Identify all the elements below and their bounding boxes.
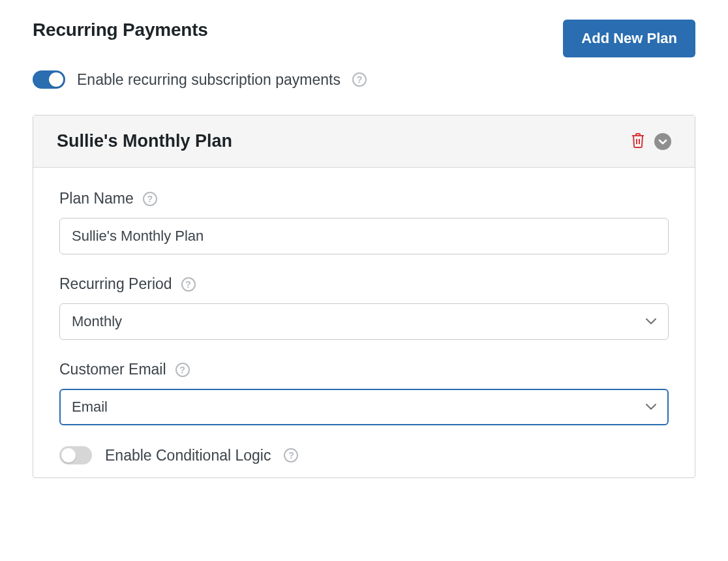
trash-icon[interactable] [631,132,645,151]
section-title: Recurring Payments [33,20,208,40]
enable-recurring-label: Enable recurring subscription payments [77,71,341,89]
plan-name-label: Plan Name [59,190,134,207]
plan-body: Plan Name ? Recurring Period ? Monthly [33,168,695,478]
help-icon[interactable]: ? [352,72,367,87]
collapse-toggle-icon[interactable] [654,133,671,150]
add-new-plan-button[interactable]: Add New Plan [563,20,695,57]
customer-email-label: Customer Email [59,361,166,378]
conditional-logic-row: Enable Conditional Logic ? [59,446,669,464]
conditional-logic-label: Enable Conditional Logic [105,447,271,464]
plan-name-input[interactable] [59,218,669,254]
customer-email-field: Customer Email ? Email [59,361,669,425]
recurring-period-field: Recurring Period ? Monthly [59,275,669,340]
help-icon[interactable]: ? [284,448,298,462]
plan-header: Sullie's Monthly Plan [33,115,695,168]
toggle-knob [49,72,63,87]
help-icon[interactable]: ? [181,277,196,292]
recurring-period-select[interactable]: Monthly [59,303,669,340]
conditional-logic-toggle[interactable] [59,446,92,464]
customer-email-select[interactable]: Email [59,389,669,425]
plan-title: Sullie's Monthly Plan [57,131,232,151]
help-icon[interactable]: ? [143,192,157,206]
toggle-knob [61,448,76,462]
plan-name-field: Plan Name ? [59,190,669,254]
recurring-period-label: Recurring Period [59,275,172,293]
help-icon[interactable]: ? [175,363,190,377]
enable-recurring-toggle[interactable] [33,70,65,89]
plan-card: Sullie's Monthly Plan Plan Name [33,115,695,478]
